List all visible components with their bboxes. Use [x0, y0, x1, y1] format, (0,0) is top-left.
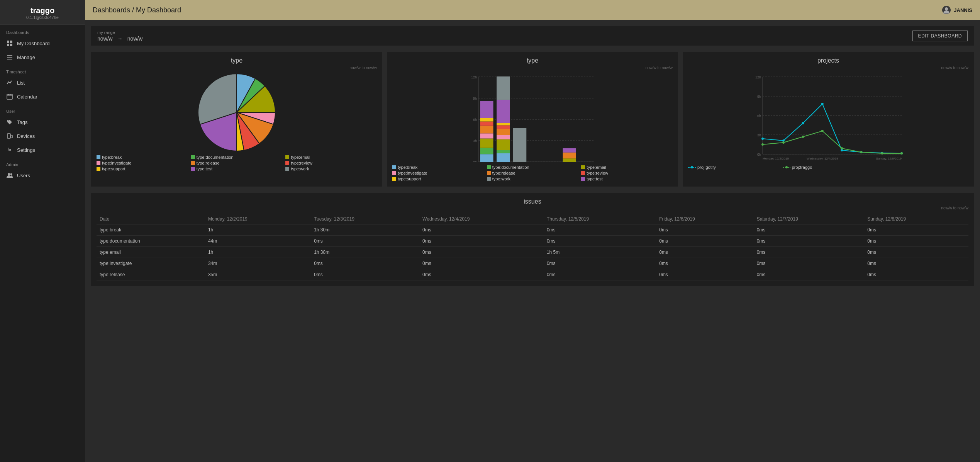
- pie-chart-card: type now/w to now/w type:breaktype:docum…: [91, 52, 382, 187]
- charts-row: type now/w to now/w type:breaktype:docum…: [91, 52, 974, 187]
- line-chart-title: projects: [688, 57, 968, 64]
- list-icon: [6, 54, 13, 61]
- sidebar-label-users: Users: [17, 173, 30, 178]
- svg-rect-3: [10, 44, 12, 46]
- table-row: type:email1h1h 38m0ms1h 5m0ms0ms0ms: [97, 247, 968, 258]
- svg-rect-11: [7, 134, 10, 138]
- issues-title: issues: [97, 198, 968, 205]
- svg-point-74: [802, 136, 804, 138]
- legend-label: type:break: [102, 155, 122, 160]
- sidebar-item-my-dashboard[interactable]: My Dashboard: [0, 36, 85, 50]
- sidebar-section-timesheet: Timesheet: [0, 64, 85, 76]
- svg-rect-46: [513, 128, 526, 162]
- table-cell-value: 0ms: [656, 247, 753, 258]
- legend-label: type:investigate: [398, 171, 427, 175]
- table-cell-value: 0ms: [864, 258, 968, 269]
- table-cell-label: type:investigate: [97, 258, 205, 269]
- legend-item: type:email: [285, 155, 377, 160]
- sidebar-item-devices[interactable]: Devices: [0, 129, 85, 143]
- svg-rect-48: [563, 153, 576, 158]
- edit-dashboard-button[interactable]: EDIT DASHBOARD: [912, 31, 968, 41]
- table-cell-value: 0ms: [754, 236, 865, 247]
- range-bar: my range now/w → now/w EDIT DASHBOARD: [91, 26, 974, 46]
- legend-item: type:documentation: [487, 165, 578, 170]
- svg-rect-6: [7, 59, 12, 59]
- issues-table-body: type:break1h1h 30m0ms0ms0ms0ms0mstype:do…: [97, 224, 968, 280]
- sidebar-item-manage[interactable]: Manage: [0, 50, 85, 64]
- table-cell-value: 0ms: [311, 258, 419, 269]
- table-cell-value: 0ms: [544, 224, 656, 236]
- legend-item: type:release: [487, 171, 578, 175]
- legend-item: type:test: [191, 166, 283, 171]
- pie-chart-container: [97, 74, 377, 151]
- svg-point-13: [8, 173, 10, 175]
- sidebar-section-admin: Admin: [0, 157, 85, 168]
- table-header-cell: Date: [97, 214, 205, 224]
- svg-text:6h: 6h: [757, 114, 761, 118]
- svg-rect-7: [7, 94, 12, 99]
- legend-dot: [191, 161, 195, 165]
- svg-rect-36: [480, 101, 493, 118]
- legend-dot: [392, 177, 396, 181]
- table-cell-label: type:documentation: [97, 236, 205, 247]
- legend-label: type:documentation: [197, 155, 234, 160]
- user-info: JANNIS: [942, 6, 972, 14]
- sidebar-item-calendar[interactable]: Calendar: [0, 90, 85, 104]
- table-cell-value: 0ms: [311, 269, 419, 280]
- chart-line-icon: [6, 79, 13, 86]
- table-cell-value: 0ms: [754, 224, 865, 236]
- legend-item: type:work: [487, 177, 578, 181]
- table-cell-label: type:email: [97, 247, 205, 258]
- table-cell-value: 1h: [205, 247, 311, 258]
- svg-rect-44: [497, 100, 510, 123]
- svg-point-72: [761, 143, 764, 146]
- svg-point-78: [881, 152, 883, 155]
- svg-rect-38: [497, 150, 510, 153]
- sidebar-section-dashboards: Dashboards: [0, 25, 85, 36]
- table-cell-value: 44m: [205, 236, 311, 247]
- legend-item: type:review: [285, 161, 377, 165]
- sidebar-label-my-dashboard: My Dashboard: [17, 41, 50, 46]
- sidebar-item-list[interactable]: List: [0, 76, 85, 90]
- issues-card: issues now/w to now/w DateMonday, 12/2/2…: [91, 193, 974, 286]
- legend-dot: [191, 155, 195, 159]
- legend-item: type:release: [191, 161, 283, 165]
- legend-dot: [581, 171, 585, 175]
- table-header-cell: Tuesday, 12/3/2019: [311, 214, 419, 224]
- legend-line-icon: [688, 165, 696, 169]
- legend-dot: [392, 171, 396, 175]
- range-arrow: →: [117, 36, 123, 42]
- svg-text:9h: 9h: [473, 97, 477, 100]
- table-cell-value: 1h 30m: [311, 224, 419, 236]
- legend-item: type:break: [392, 165, 484, 170]
- svg-text:0h: 0h: [757, 153, 761, 156]
- svg-point-77: [860, 151, 863, 153]
- table-header-cell: Wednesday, 12/4/2019: [419, 214, 544, 224]
- sidebar-header: traggo 0.1.1@3b3c478e: [0, 0, 85, 25]
- main-area: Dashboards / My Dashboard JANNIS my rang…: [85, 0, 980, 462]
- table-row: type:release35m0ms0ms0ms0ms0ms0ms: [97, 269, 968, 280]
- svg-text:Monday, 12/2/2019: Monday, 12/2/2019: [763, 157, 789, 160]
- device-icon: [6, 132, 13, 139]
- sidebar-item-users[interactable]: Users: [0, 168, 85, 182]
- svg-point-67: [821, 103, 824, 105]
- bar-chart-area: 0h3h6h9h12hMonday, 12/2/2019Sunday, 12/8…: [392, 73, 673, 162]
- legend-dot: [97, 167, 100, 171]
- table-cell-value: 1h: [205, 224, 311, 236]
- sidebar-item-tags[interactable]: Tags: [0, 115, 85, 129]
- range-info: my range now/w → now/w: [97, 30, 142, 42]
- topbar: Dashboards / My Dashboard JANNIS: [85, 0, 980, 20]
- legend-dot: [581, 165, 585, 169]
- legend-label: type:support: [102, 166, 125, 171]
- page-title: Dashboards / My Dashboard: [93, 6, 181, 14]
- table-row: type:investigate34m0ms0ms0ms0ms0ms0ms: [97, 258, 968, 269]
- bar-chart-legend: type:breaktype:documentationtype:emailty…: [392, 165, 673, 181]
- legend-dot: [285, 161, 289, 165]
- table-cell-value: 0ms: [864, 247, 968, 258]
- legend-label: type:support: [398, 177, 421, 181]
- sidebar-item-settings[interactable]: Settings: [0, 143, 85, 157]
- sidebar-label-manage: Manage: [17, 54, 35, 60]
- svg-text:Sunday, 12/8/2019: Sunday, 12/8/2019: [876, 157, 902, 160]
- issues-table: DateMonday, 12/2/2019Tuesday, 12/3/2019W…: [97, 214, 968, 280]
- table-cell-value: 0ms: [544, 258, 656, 269]
